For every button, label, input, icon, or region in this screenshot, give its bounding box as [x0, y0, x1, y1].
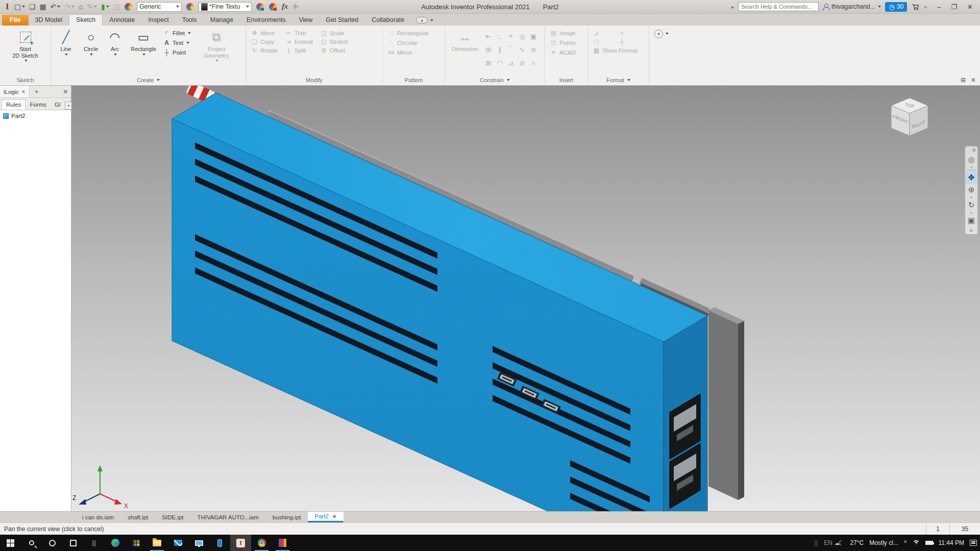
undo-button[interactable]: ↶	[49, 2, 62, 11]
chrome-button[interactable]	[251, 535, 272, 551]
center-point-button[interactable]: ┼	[617, 38, 639, 46]
inventor-logo[interactable]: I	[3, 2, 12, 12]
your-phone-button[interactable]	[209, 535, 230, 551]
connect-button[interactable]	[188, 535, 209, 551]
panel-menu-icon[interactable]: ≡	[60, 88, 71, 95]
vertical-constraint-icon[interactable]: ⊿	[505, 56, 517, 69]
taskbar-search-button[interactable]	[21, 535, 42, 551]
panel-label-format[interactable]: Format	[588, 74, 649, 85]
language-indicator[interactable]: EN	[824, 539, 832, 546]
lock-constraint-icon[interactable]: ▣	[528, 30, 539, 43]
open-button[interactable]: ❏	[28, 2, 37, 11]
ilogic-close-icon[interactable]: ✕	[21, 89, 26, 94]
tab-environments[interactable]: Environments	[240, 15, 292, 26]
circle-button[interactable]: ○ Circle	[79, 28, 103, 56]
battery-icon[interactable]	[925, 541, 933, 545]
new-file-button[interactable]: ▢	[13, 2, 27, 11]
rotate-button[interactable]: ↻Rotate	[249, 46, 279, 55]
subtab-forms[interactable]: Forms	[26, 100, 51, 110]
tab-view[interactable]: View	[292, 15, 319, 26]
doc-tab-bushing[interactable]: bushing.ipt	[266, 512, 308, 522]
winrar-button[interactable]	[272, 535, 293, 551]
doc-tab-shaft[interactable]: shaft.ipt	[121, 512, 155, 522]
tab-collaborate[interactable]: Collaborate	[365, 15, 411, 26]
tangent-constraint-icon[interactable]: ⌒	[505, 43, 517, 56]
restore-panes-icon[interactable]: ⊞	[961, 77, 966, 84]
clear-appearance-icon[interactable]	[269, 3, 277, 11]
doc-tab-side[interactable]: SIDE.ipt	[155, 512, 190, 522]
material-wheel-icon[interactable]	[186, 3, 194, 11]
rectangular-pattern-button[interactable]: ∷Rectangular	[386, 29, 430, 37]
home-button[interactable]: ⌂	[77, 2, 84, 11]
panel-label-create[interactable]: Create	[51, 74, 246, 85]
text-button[interactable]: AText	[161, 39, 198, 47]
select-button[interactable]: ◫	[112, 2, 121, 11]
tab-file[interactable]: File	[2, 15, 29, 26]
insert-acad-button[interactable]: ✶ACAD	[548, 48, 577, 57]
start-button[interactable]	[0, 535, 21, 551]
doc-tab-thivagar-auto[interactable]: THIVAGAR AUTO...iam	[190, 512, 265, 522]
minimize-button[interactable]: –	[937, 3, 941, 11]
panel-label-constrain[interactable]: Constrain	[445, 74, 545, 85]
material-combo[interactable]: Generic	[137, 2, 182, 12]
cortana-button[interactable]	[42, 535, 63, 551]
show-constraints-icon[interactable]: ⊞	[483, 43, 494, 56]
redo-button[interactable]: ↷	[63, 2, 76, 11]
line-button[interactable]: ╱ Line	[54, 28, 78, 56]
update-button[interactable]: ▮	[100, 2, 111, 11]
symmetric-constraint-icon[interactable]: ≋	[528, 43, 539, 56]
taskbar-clock[interactable]: 11:44 PM	[939, 539, 964, 546]
close-document-icon[interactable]: ✕	[971, 77, 976, 84]
stretch-button[interactable]: ◱Stretch	[318, 38, 350, 46]
circular-pattern-button[interactable]: ∴Circular	[386, 39, 430, 47]
doc-tab-close-icon[interactable]: ✕	[332, 514, 336, 519]
model-viewport[interactable]: X Z TOP FRONT RIGHT ⊗ ◎ ▾ ✥ ⊕	[71, 86, 980, 511]
horizontal-constraint-icon[interactable]: ⊘	[517, 56, 528, 69]
rectangle-button[interactable]: ▭ Rectangle	[127, 28, 160, 56]
tab-inspect[interactable]: Inspect	[141, 15, 175, 26]
navbar-menu-icon[interactable]: ≡	[970, 227, 973, 233]
appearance-wheel-icon[interactable]	[125, 3, 132, 11]
viewcube[interactable]: TOP FRONT RIGHT	[888, 96, 931, 145]
tab-3d-model[interactable]: 3D Model	[29, 15, 69, 26]
restore-button[interactable]: ❐	[951, 3, 957, 11]
start-2d-sketch-button[interactable]: + Start 2D Sketch	[11, 28, 40, 62]
smooth-constraint-icon[interactable]: ∿	[517, 43, 528, 56]
account-menu[interactable]: thivagarchand...	[823, 3, 881, 10]
rail-end-plate[interactable]	[708, 307, 744, 500]
part2-3d-model[interactable]: X Z	[71, 86, 980, 511]
copy-button[interactable]: ❑Copy	[249, 38, 279, 46]
edge-button[interactable]	[105, 535, 126, 551]
notification-badge[interactable]: ◷ 30	[885, 2, 907, 12]
extend-button[interactable]: ⇥Extend	[283, 38, 314, 46]
zoom-tool-icon[interactable]: ⊕	[966, 184, 977, 196]
driven-dimension-button[interactable]: ⊿	[591, 29, 614, 37]
collinear-constraint-icon[interactable]: ◠	[494, 56, 505, 69]
search-expand-icon[interactable]: ▸	[731, 4, 734, 10]
tab-get-started[interactable]: Get Started	[319, 15, 365, 26]
move-button[interactable]: ✥Move	[249, 29, 279, 37]
arc-button[interactable]: ◠ Arc	[104, 28, 126, 56]
tab-sketch[interactable]: Sketch	[69, 14, 103, 26]
action-center-icon[interactable]	[970, 540, 977, 546]
navigation-wheel-icon[interactable]: ◎	[966, 154, 977, 166]
offset-button[interactable]: ⋐Offset	[318, 46, 350, 55]
orbit-tool-icon[interactable]: ↻	[966, 199, 977, 211]
trim-button[interactable]: ✂Trim	[283, 29, 314, 37]
show-format-button[interactable]: ▦Show Format	[591, 46, 639, 55]
delete-constraints-icon[interactable]: ⊠	[483, 56, 494, 69]
parameters-fx-button[interactable]: fx	[280, 3, 290, 11]
ribbon-collapse-control[interactable]: ▲	[416, 17, 433, 26]
mail-button[interactable]	[167, 535, 188, 551]
search-input[interactable]	[738, 2, 819, 11]
dimension-display-button[interactable]: ⌗	[617, 29, 639, 37]
wheel-dropdown-icon[interactable]: ▾	[970, 166, 972, 169]
weather-icon[interactable]: ☾☁	[838, 539, 845, 547]
project-geometry-button[interactable]: ⧉ Project Geometry	[199, 28, 234, 62]
appearance-combo[interactable]: *Fine Textu	[199, 2, 252, 12]
subtab-rules[interactable]: Rules	[2, 99, 26, 110]
adjust-appearance-icon[interactable]	[256, 3, 264, 11]
inventor-taskbar-button[interactable]: I	[230, 535, 251, 551]
auto-dimension-icon[interactable]: ⇤	[483, 30, 494, 43]
mirror-button[interactable]: ⋈Mirror	[386, 48, 430, 57]
